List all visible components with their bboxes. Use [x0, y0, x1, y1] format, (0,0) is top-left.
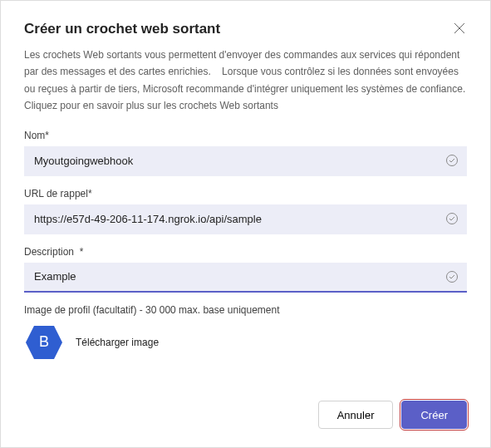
svg-point-2	[447, 155, 458, 166]
upload-image-link[interactable]: Télécharger image	[76, 337, 159, 348]
callback-label: URL de rappel*	[24, 188, 467, 199]
check-icon	[445, 212, 459, 225]
create-button[interactable]: Créer	[401, 401, 467, 429]
svg-point-4	[447, 271, 458, 282]
check-icon	[445, 270, 459, 283]
name-input-wrap[interactable]	[24, 146, 467, 176]
name-input[interactable]	[34, 155, 437, 167]
close-button[interactable]	[452, 21, 467, 38]
check-icon	[445, 154, 459, 167]
profile-label: Image de profil (facultatif) - 30 000 ma…	[24, 304, 467, 316]
avatar-letter: B	[39, 333, 49, 351]
description-input-wrap[interactable]	[24, 263, 467, 293]
callback-input[interactable]	[34, 213, 437, 225]
close-icon	[454, 22, 465, 37]
avatar-hexagon[interactable]: B	[24, 322, 64, 362]
cancel-button[interactable]: Annuler	[318, 401, 394, 429]
svg-point-3	[447, 214, 458, 224]
description-label: Description *	[24, 246, 467, 258]
callback-input-wrap[interactable]	[24, 204, 467, 234]
dialog-title: Créer un crochet web sortant	[24, 21, 220, 37]
name-label: Nom*	[24, 130, 467, 141]
description-input[interactable]	[34, 270, 437, 283]
dialog-intro: Les crochets Web sortants vous permetten…	[24, 47, 467, 115]
